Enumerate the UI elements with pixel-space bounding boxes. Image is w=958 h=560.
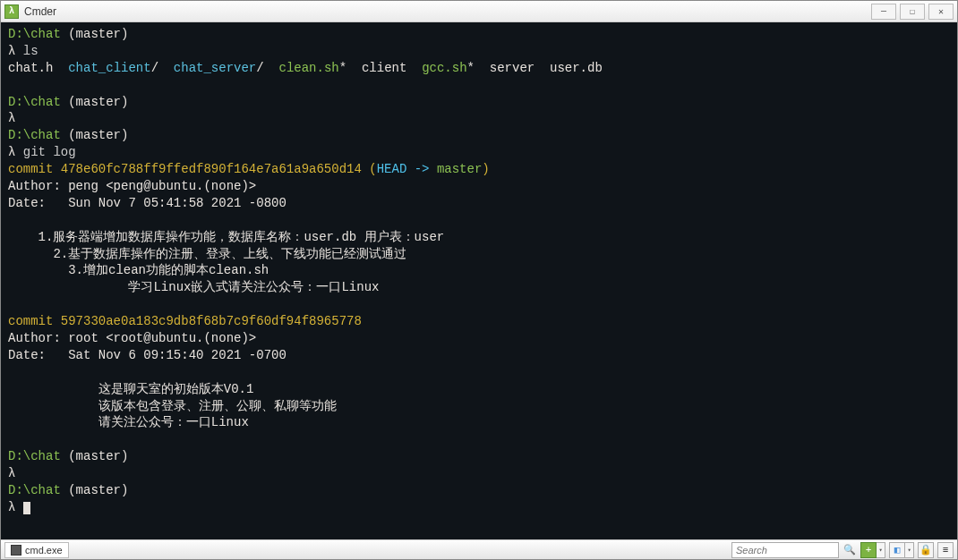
active-prompt[interactable]: λ [8,499,950,516]
blank [8,212,950,229]
minimize-button[interactable]: — [871,4,896,20]
tab-label: cmd.exe [25,545,63,556]
prompt-line: D:\chat (master) [8,127,950,144]
app-window: λ Cmder — ☐ ✕ D:\chat (master) λ ls chat… [0,0,958,560]
git-msg: 3.增加clean功能的脚本clean.sh [8,262,950,279]
console-icon [11,545,21,556]
cmd-ls: ls [15,44,38,58]
new-console-button[interactable]: + [860,542,877,558]
git-date: Date: Sun Nov 7 05:41:58 2021 -0800 [8,195,950,212]
git-author: Author: peng <peng@ubuntu.(none)> [8,178,950,195]
titlebar[interactable]: λ Cmder — ☐ ✕ [1,1,957,22]
search-input[interactable] [731,542,839,558]
git-commit-line: commit 597330ae0a183c9db8f68b7c9f60df94f… [8,313,950,330]
statusbar: cmd.exe 🔍 + ▾ ◧ ▾ 🔒 ≡ [1,539,957,559]
prompt-line: D:\chat (master) [8,482,950,499]
close-button[interactable]: ✕ [928,4,954,20]
prompt-branch: (master) [61,27,129,41]
blank [8,77,950,94]
cmd-line-empty: λ [8,110,950,127]
menu-button[interactable]: ≡ [937,542,954,558]
git-commit-line: commit 478e60fc788ff9ffedf890f164e7a61a9… [8,161,950,178]
git-msg: 学习Linux嵌入式请关注公众号：一口Linux [8,279,950,296]
prompt-line: D:\chat (master) [8,26,950,43]
search-icon[interactable]: 🔍 [843,543,857,557]
cmd-line: λ ls [8,43,950,60]
git-msg: 请关注公众号：一口Linux [8,414,950,431]
window-menu-dropdown[interactable]: ▾ [905,542,914,558]
git-msg: 2.基于数据库操作的注册、登录、上线、下线功能已经测试通过 [8,246,950,263]
new-console-dropdown[interactable]: ▾ [877,542,885,558]
tab-cmd[interactable]: cmd.exe [4,542,69,558]
window-menu-button[interactable]: ◧ [889,542,905,558]
blank [8,431,950,448]
git-date: Date: Sat Nov 6 09:15:40 2021 -0700 [8,347,950,364]
blank [8,364,950,381]
window-title: Cmder [24,5,871,18]
app-icon: λ [4,4,19,19]
git-msg: 1.服务器端增加数据库操作功能，数据库名称：user.db 用户表：user [8,229,950,246]
window-controls: — ☐ ✕ [871,4,954,20]
cmd-gitlog: λ git log [8,144,950,161]
terminal-cursor [23,502,30,514]
terminal-viewport[interactable]: D:\chat (master) λ ls chat.h chat_client… [1,22,957,539]
cmd-line-empty: λ [8,465,950,482]
git-msg: 该版本包含登录、注册、公聊、私聊等功能 [8,398,950,415]
prompt-line: D:\chat (master) [8,448,950,465]
git-msg: 这是聊天室的初始版本V0.1 [8,381,950,398]
git-author: Author: root <root@ubuntu.(none)> [8,330,950,347]
maximize-button[interactable]: ☐ [900,4,925,20]
ls-output: chat.h chat_client/ chat_server/ clean.s… [8,60,950,77]
prompt-line: D:\chat (master) [8,94,950,111]
lock-button[interactable]: 🔒 [918,542,934,558]
blank [8,296,950,313]
prompt-path: D:\chat [8,27,61,41]
